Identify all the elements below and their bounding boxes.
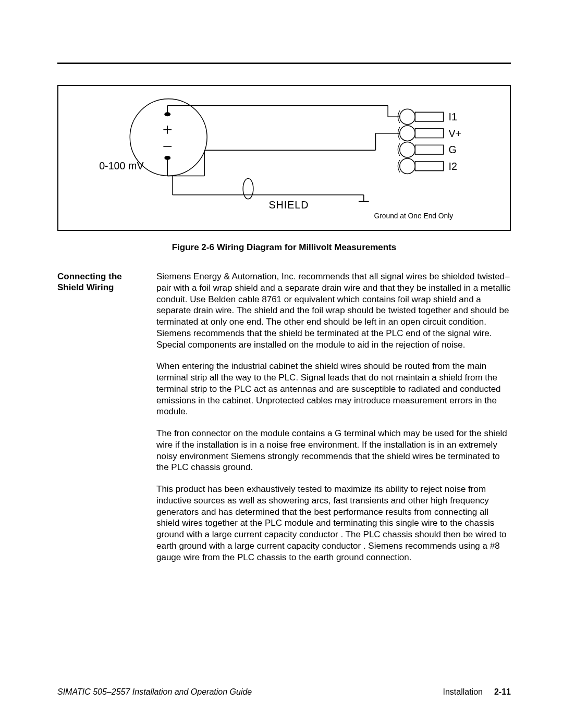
wiring-diagram-svg: 0-100 mV SHIELD Groun [58,86,510,230]
paragraph: When entering the industrial cabinet the… [156,361,511,417]
footer-page-number: 2-11 [494,687,511,697]
svg-point-25 [400,158,415,174]
svg-point-23 [400,142,415,157]
svg-rect-20 [415,112,443,121]
terminal-vplus-label: V+ [448,128,461,139]
footer-section-name: Installation [443,687,483,697]
content-section: Connecting the Shield Wiring Siemens Ene… [57,271,511,573]
wiring-diagram-figure: 0-100 mV SHIELD Groun [57,85,511,231]
source-range-label: 0-100 mV [99,160,144,171]
shield-label: SHIELD [268,199,309,211]
section-heading: Connecting the Shield Wiring [57,271,141,293]
terminal-block: I1 V+ G I2 [398,109,461,174]
body-text: Siemens Energy & Automation, Inc. recomm… [156,271,511,573]
ground-note: Ground at One End Only [374,212,454,220]
horizontal-rule [57,63,511,64]
terminal-i1-label: I1 [448,111,457,122]
shield-oval-icon [243,178,253,199]
svg-point-19 [400,109,415,125]
paragraph: Siemens Energy & Automation, Inc. recomm… [156,271,511,350]
page-footer: SIMATIC 505–2557 Installation and Operat… [57,687,511,697]
paragraph: The fron connector on the module contain… [156,428,511,473]
terminal-i2-label: I2 [448,161,457,172]
terminal-g-label: G [448,144,456,155]
svg-rect-24 [415,145,443,154]
figure-caption: Figure 2-6 Wiring Diagram for Millivolt … [57,242,511,253]
svg-point-21 [400,126,415,141]
paragraph: This product has been exhaustively teste… [156,484,511,563]
svg-rect-22 [415,129,443,138]
svg-rect-26 [415,162,443,171]
footer-doc-title: SIMATIC 505–2557 Installation and Operat… [57,687,252,697]
document-page: 0-100 mV SHIELD Groun [0,0,563,728]
